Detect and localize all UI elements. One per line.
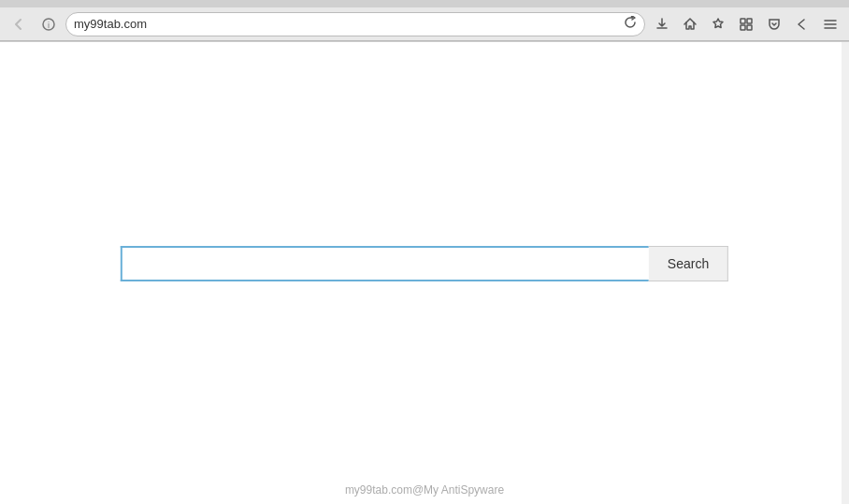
scrollbar[interactable] xyxy=(842,42,849,504)
svg-rect-2 xyxy=(741,19,745,23)
footer-text: my99tab.com@My AntiSpyware xyxy=(345,483,504,497)
bookmark-button[interactable] xyxy=(705,11,731,37)
address-input[interactable] xyxy=(74,17,620,31)
toolbar: i xyxy=(0,7,849,41)
search-button[interactable]: Search xyxy=(649,246,728,281)
tab-bar xyxy=(0,0,849,7)
menu-button[interactable] xyxy=(817,11,843,37)
browser-chrome: i xyxy=(0,0,849,42)
toolbar-actions xyxy=(649,11,843,37)
svg-rect-5 xyxy=(747,25,752,30)
pocket-button[interactable] xyxy=(761,11,787,37)
page-content: Search my99tab.com@My AntiSpyware xyxy=(0,42,849,504)
address-bar-container xyxy=(65,12,645,36)
container-button[interactable] xyxy=(733,11,759,37)
info-button[interactable]: i xyxy=(36,11,62,37)
search-container: Search xyxy=(121,246,728,281)
reload-button[interactable] xyxy=(624,16,637,32)
svg-rect-4 xyxy=(741,25,745,30)
svg-rect-3 xyxy=(747,19,752,23)
back-button[interactable] xyxy=(6,11,32,37)
search-input[interactable] xyxy=(121,246,649,281)
home-button[interactable] xyxy=(677,11,703,37)
readmode-button[interactable] xyxy=(789,11,815,37)
svg-text:i: i xyxy=(48,21,50,30)
download-button[interactable] xyxy=(649,11,675,37)
